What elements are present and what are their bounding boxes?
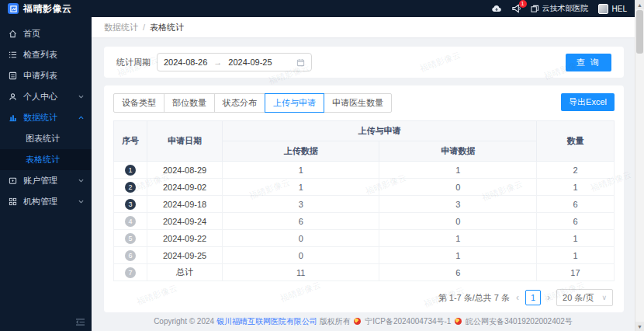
- cell-count: 6: [536, 196, 614, 213]
- list-icon: [8, 51, 17, 59]
- scrollbar-thumb[interactable]: [636, 10, 643, 54]
- rights-text: 版权所有: [320, 317, 351, 326]
- cell-upload: 1: [222, 162, 379, 179]
- cell-count: 1: [536, 179, 614, 196]
- cell-upload: 11: [222, 264, 379, 281]
- bar-chart-icon: [8, 113, 17, 122]
- sidebar-item-home[interactable]: 首页: [0, 23, 92, 44]
- main-content: 数据统计 / 表格统计 统计周期 2024-08-26 → 2024-09-25…: [92, 17, 635, 331]
- sidebar-item-org-mgmt[interactable]: 机构管理: [0, 191, 92, 212]
- page-size-select[interactable]: 20 条/页 ∨: [556, 289, 613, 306]
- app-window: 福晴影像云 1 云技术部医院 HEL 首页: [0, 0, 644, 331]
- announcement-icon[interactable]: 1: [511, 4, 521, 13]
- sidebar-item-label: 申请列表: [23, 70, 57, 82]
- cell-apply: 0: [379, 179, 537, 196]
- calendar-icon: [296, 58, 305, 67]
- cell-count: 1: [536, 230, 614, 247]
- row-index-badge: 5: [125, 233, 136, 244]
- page-number-button[interactable]: 1: [525, 290, 541, 305]
- cell-apply: 1: [379, 162, 537, 179]
- date-range-arrow: →: [213, 57, 222, 67]
- org-name: 云技术部医院: [542, 3, 589, 14]
- sidebar-item-chart-stats[interactable]: 图表统计: [0, 128, 92, 149]
- row-index-badge: 1: [125, 165, 136, 176]
- scroll-up-icon[interactable]: ▲: [635, 0, 644, 9]
- sidebar-item-request-list[interactable]: 申请列表: [0, 65, 92, 86]
- cell-apply: 6: [379, 264, 537, 281]
- sidebar-item-table-stats[interactable]: 表格统计: [0, 149, 92, 170]
- table-row: 3 2024-09-18 3 3 6: [114, 196, 615, 213]
- cell-date: 2024-08-29: [147, 162, 223, 179]
- cell-upload: 6: [222, 213, 379, 230]
- col-header-date: 申请日期: [147, 121, 223, 162]
- tab-doctor-count[interactable]: 申请医生数量: [324, 93, 392, 113]
- scroll-down-icon[interactable]: ▼: [635, 322, 644, 331]
- cell-date: 2024-09-22: [147, 230, 223, 247]
- cell-count: 2: [536, 162, 614, 179]
- sidebar: 首页 检查列表 申请列表 个人中心 数据统计 图表统计: [0, 17, 92, 331]
- sidebar-item-label: 表格统计: [26, 154, 60, 166]
- app-title: 福晴影像云: [23, 2, 72, 16]
- date-range-picker[interactable]: 2024-08-26 → 2024-09-25: [157, 53, 312, 71]
- tab-status-distribution[interactable]: 状态分布: [214, 93, 265, 113]
- cell-count: 6: [536, 213, 614, 230]
- cell-upload: 3: [222, 196, 379, 213]
- brand: 福晴影像云: [0, 2, 116, 16]
- col-header-upload: 上传数据: [222, 141, 379, 162]
- stats-panel: 设备类型 部位数量 状态分布 上传与申请 申请医生数量 导出Excel 序号 申…: [104, 85, 624, 312]
- table-row: 1 2024-08-29 1 1 2: [114, 162, 615, 179]
- pagination-total: 第 1-7 条/总共 7 条: [438, 292, 510, 304]
- police-number: 皖公网安备34019202002402号: [466, 317, 573, 326]
- stats-table: 序号 申请日期 上传与申请 数量 上传数据 申请数据 1 2024-08-29 …: [113, 120, 615, 281]
- prev-page-icon[interactable]: ‹: [516, 292, 519, 303]
- chevron-up-icon: [78, 116, 84, 120]
- notification-badge: 1: [519, 0, 527, 8]
- tab-device-type[interactable]: 设备类型: [113, 93, 164, 113]
- start-date-value: 2024-08-26: [164, 57, 207, 67]
- chevron-down-icon: [78, 200, 84, 204]
- stat-tabs: 设备类型 部位数量 状态分布 上传与申请 申请医生数量: [113, 93, 392, 113]
- tab-body-part-count[interactable]: 部位数量: [164, 93, 215, 113]
- sidebar-item-exam-list[interactable]: 检查列表: [0, 44, 92, 65]
- search-button[interactable]: 查 询: [566, 54, 611, 71]
- user-menu[interactable]: HEL: [598, 4, 627, 14]
- grid-icon: [8, 197, 17, 206]
- home-icon: [8, 30, 17, 38]
- pagination: 第 1-7 条/总共 7 条 ‹ 1 › 20 条/页 ∨: [113, 289, 615, 306]
- police-emblem-icon: [455, 318, 462, 325]
- row-index-badge: 6: [125, 250, 136, 261]
- breadcrumb-current: 表格统计: [150, 22, 184, 33]
- cell-upload: 0: [222, 247, 379, 264]
- sidebar-collapse-icon[interactable]: [75, 318, 85, 326]
- row-index-badge: 7: [125, 267, 136, 278]
- company-link[interactable]: 银川福晴互联网医院有限公司: [216, 317, 317, 326]
- avatar: [598, 4, 608, 14]
- col-header-group: 上传与申请: [222, 121, 536, 141]
- document-icon: [8, 71, 17, 80]
- copyright-prefix: Copyright © 2024: [154, 317, 214, 326]
- export-excel-button[interactable]: 导出Excel: [561, 93, 615, 111]
- tab-upload-and-apply[interactable]: 上传与申请: [265, 93, 324, 113]
- breadcrumb-parent[interactable]: 数据统计: [104, 22, 138, 33]
- cell-date: 2024-09-24: [147, 213, 223, 230]
- cell-count: 17: [536, 264, 614, 281]
- vertical-scrollbar[interactable]: ▲ ▼: [635, 0, 644, 331]
- cell-date: 2024-09-25: [147, 247, 223, 264]
- sidebar-item-label: 检查列表: [23, 49, 57, 61]
- table-row: 4 2024-09-24 6 0 6: [114, 213, 615, 230]
- end-date-value: 2024-09-25: [228, 57, 272, 67]
- cloud-upload-icon[interactable]: [491, 5, 502, 13]
- topbar-right: 1 云技术部医院 HEL: [491, 3, 635, 14]
- cell-date: 2024-09-18: [147, 196, 223, 213]
- filter-panel: 统计周期 2024-08-26 → 2024-09-25 查 询: [104, 47, 624, 78]
- sidebar-item-account-mgmt[interactable]: 账户管理: [0, 170, 92, 191]
- sidebar-item-label: 个人中心: [23, 91, 57, 103]
- cell-apply: 3: [379, 196, 537, 213]
- cell-apply: 1: [379, 230, 537, 247]
- sidebar-item-personal-center[interactable]: 个人中心: [0, 86, 92, 107]
- sidebar-item-data-stats[interactable]: 数据统计: [0, 107, 92, 128]
- next-page-icon[interactable]: ›: [547, 292, 550, 303]
- org-switcher[interactable]: 云技术部医院: [531, 3, 589, 14]
- footer-copyright: Copyright © 2024 银川福晴互联网医院有限公司 版权所有 宁ICP…: [92, 316, 635, 327]
- cell-upload: 1: [222, 179, 379, 196]
